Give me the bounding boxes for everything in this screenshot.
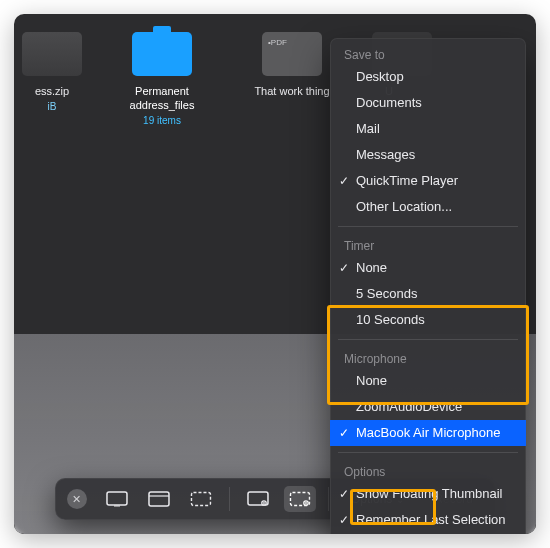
- opt-mouse-clicks[interactable]: Show Mouse Clicks: [330, 533, 526, 534]
- section-header-microphone: Microphone: [330, 346, 526, 368]
- capture-window-button[interactable]: [143, 486, 175, 512]
- toolbar-separator: [229, 487, 230, 511]
- options-popover: Save to Desktop Documents Mail Messages …: [330, 38, 526, 534]
- folder-icon: [132, 32, 192, 76]
- menu-divider: [338, 339, 518, 340]
- save-to-other[interactable]: Other Location...: [330, 194, 526, 220]
- save-to-messages[interactable]: Messages: [330, 142, 526, 168]
- record-screen-icon: [247, 491, 269, 507]
- save-to-mail[interactable]: Mail: [330, 116, 526, 142]
- svg-rect-5: [248, 492, 268, 505]
- svg-rect-2: [149, 492, 169, 506]
- svg-rect-4: [191, 493, 210, 506]
- close-button[interactable]: ✕: [67, 489, 87, 509]
- opt-remember-selection[interactable]: Remember Last Selection: [330, 507, 526, 533]
- timer-none[interactable]: None: [330, 255, 526, 281]
- opt-floating-thumb[interactable]: Show Floating Thumbnail: [330, 481, 526, 507]
- svg-rect-1: [114, 506, 120, 507]
- record-selection-icon: [289, 491, 311, 507]
- svg-rect-0: [107, 492, 127, 505]
- record-selection-button[interactable]: [284, 486, 316, 512]
- file-name: ess.zip: [22, 84, 82, 98]
- mic-none[interactable]: None: [330, 368, 526, 394]
- desktop-background: ess.zip iB Permanent address_files 19 it…: [14, 14, 536, 534]
- file-name: Permanent address_files: [112, 84, 212, 112]
- save-to-quicktime[interactable]: QuickTime Player: [330, 168, 526, 194]
- pdf-icon: [262, 32, 322, 76]
- capture-entire-screen-button[interactable]: [101, 486, 133, 512]
- file-item[interactable]: That work thing: [242, 32, 342, 98]
- toolbar-separator: [328, 487, 329, 511]
- finder-window: ess.zip iB Permanent address_files 19 it…: [14, 14, 536, 534]
- section-header-options: Options: [330, 459, 526, 481]
- file-sub: iB: [22, 100, 82, 114]
- zip-icon: [22, 32, 82, 76]
- file-item-selected[interactable]: Permanent address_files 19 items: [112, 32, 212, 128]
- screen-icon: [106, 491, 128, 507]
- save-to-documents[interactable]: Documents: [330, 90, 526, 116]
- file-item[interactable]: ess.zip iB: [22, 32, 82, 114]
- file-sub: 19 items: [112, 114, 212, 128]
- record-entire-screen-button[interactable]: [242, 486, 274, 512]
- file-name: That work thing: [242, 84, 342, 98]
- section-header-save-to: Save to: [330, 42, 526, 64]
- menu-divider: [338, 226, 518, 227]
- svg-point-10: [305, 502, 307, 504]
- timer-10s[interactable]: 10 Seconds: [330, 307, 526, 333]
- save-to-desktop[interactable]: Desktop: [330, 64, 526, 90]
- close-icon: ✕: [72, 493, 81, 506]
- selection-icon: [190, 491, 212, 507]
- window-icon: [148, 491, 170, 507]
- menu-divider: [338, 452, 518, 453]
- section-header-timer: Timer: [330, 233, 526, 255]
- timer-5s[interactable]: 5 Seconds: [330, 281, 526, 307]
- capture-selection-button[interactable]: [185, 486, 217, 512]
- svg-point-7: [263, 502, 265, 504]
- mic-macbook[interactable]: MacBook Air Microphone: [330, 420, 526, 446]
- mic-zoom[interactable]: ZoomAudioDevice: [330, 394, 526, 420]
